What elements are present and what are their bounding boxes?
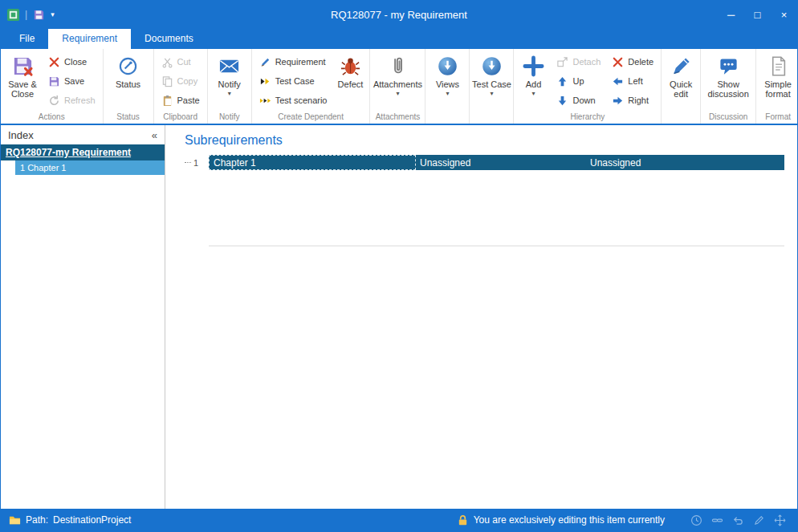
- table-row[interactable]: Chapter 1 Unassigned Unassigned: [209, 155, 784, 170]
- left-label: Left: [628, 76, 642, 86]
- ribbon-group-discussion: Show discussion Discussion: [701, 49, 756, 124]
- document-icon: [767, 55, 789, 77]
- app-body: Index « RQ128077-my Requirement 1 Chapte…: [1, 125, 797, 509]
- close-icon: [48, 56, 60, 68]
- tab-file[interactable]: File: [6, 29, 48, 49]
- ribbon-group-attachments: Attachments ▾ Attachments: [370, 49, 425, 124]
- attachments-button[interactable]: Attachments ▾: [372, 51, 423, 112]
- detach-button[interactable]: Detach: [552, 53, 605, 71]
- simple-format-button[interactable]: Simple format: [758, 51, 798, 112]
- minimize-button[interactable]: ─: [718, 1, 744, 28]
- index-sidebar: Index « RQ128077-my Requirement 1 Chapte…: [1, 125, 165, 509]
- subrequirements-heading: Subrequirements: [185, 133, 784, 148]
- folder-icon: [9, 514, 21, 526]
- requirement-pencil-icon: [259, 56, 271, 68]
- save-and-close-button[interactable]: Save & Close: [2, 51, 43, 112]
- history-icon[interactable]: [690, 514, 702, 526]
- move-up-button[interactable]: Up: [552, 72, 605, 90]
- main-content: Subrequirements 1 Chapter 1 Unassigned U…: [165, 125, 797, 509]
- delete-button[interactable]: Delete: [608, 53, 658, 71]
- group-label-clipboard: Clipboard: [154, 112, 207, 124]
- link-icon[interactable]: [711, 514, 723, 526]
- refresh-label: Refresh: [64, 95, 96, 105]
- show-discussion-button[interactable]: Show discussion: [702, 51, 754, 112]
- group-label-hierarchy: Hierarchy: [514, 112, 661, 124]
- move-right-button[interactable]: Right: [608, 91, 658, 109]
- quick-save-icon[interactable]: [33, 9, 45, 21]
- left-arrow-icon: [612, 75, 624, 87]
- ribbon-group-format: Simple format Format: [756, 49, 798, 124]
- ribbon-tab-row: File Requirement Documents: [1, 28, 797, 49]
- paperclip-icon: [387, 55, 409, 77]
- create-test-scenario-button[interactable]: Test scenario: [255, 91, 332, 109]
- collapse-panel-icon[interactable]: «: [152, 129, 157, 141]
- lock-message: You are exclusively editing this item cu…: [474, 514, 665, 526]
- paste-button[interactable]: Paste: [157, 91, 204, 109]
- test-case-button[interactable]: Test Case ▾: [471, 51, 511, 112]
- views-dropdown-arrow-icon: ▾: [446, 91, 449, 96]
- edit-icon[interactable]: [753, 514, 765, 526]
- close-window-button[interactable]: ×: [771, 1, 797, 28]
- move-icon[interactable]: [774, 514, 786, 526]
- content-divider: [209, 246, 784, 246]
- add-button[interactable]: Add ▾: [515, 51, 551, 112]
- detach-icon: [556, 56, 568, 68]
- refresh-button[interactable]: Refresh: [44, 91, 100, 109]
- lock-section: You are exclusively editing this item cu…: [457, 514, 789, 526]
- quick-edit-button[interactable]: Quick edit: [663, 51, 698, 112]
- attachments-dropdown-arrow-icon: ▾: [396, 91, 399, 96]
- maximize-button[interactable]: □: [744, 1, 771, 28]
- ribbon-group-views: Views ▾: [425, 49, 470, 124]
- save-button[interactable]: Save: [44, 72, 100, 90]
- group-label-create-dependent: Create Dependent: [252, 112, 370, 124]
- ribbon: Save & Close Close Save: [1, 49, 797, 125]
- qat-customize-chevron-icon[interactable]: ▾: [51, 10, 55, 18]
- tab-requirement[interactable]: Requirement: [48, 29, 131, 49]
- undo-icon[interactable]: [732, 514, 744, 526]
- notify-label: Notify: [218, 79, 241, 89]
- views-label: Views: [436, 79, 459, 89]
- sidebar-title: Index: [8, 129, 34, 141]
- cut-button[interactable]: Cut: [157, 53, 204, 71]
- subrequirement-row-wrap: 1 Chapter 1 Unassigned Unassigned: [185, 155, 784, 170]
- discussion-bubble-icon: [718, 55, 739, 77]
- copy-button[interactable]: Copy: [157, 72, 204, 90]
- app-icon: [7, 9, 19, 21]
- up-arrow-icon: [556, 75, 568, 87]
- group-label-discussion: Discussion: [701, 112, 755, 124]
- group-label-format: Format: [756, 112, 798, 124]
- close-button[interactable]: Close: [44, 53, 100, 71]
- attachments-label: Attachments: [373, 79, 422, 89]
- close-label: Close: [64, 57, 87, 67]
- add-label: Add: [526, 79, 542, 89]
- test-scenario-arrows-icon: [259, 95, 271, 107]
- tree-item-root[interactable]: RQ128077-my Requirement: [1, 144, 165, 160]
- sidebar-header: Index «: [1, 125, 165, 144]
- app-window: | ▾ RQ128077 - my Requirement ─ □ × File…: [0, 0, 798, 532]
- ribbon-group-quick-edit: Quick edit: [662, 49, 701, 124]
- create-test-case-button[interactable]: Test Case: [255, 72, 332, 90]
- group-label-notify: Notify: [208, 112, 251, 124]
- views-button[interactable]: Views ▾: [427, 51, 467, 112]
- status-button[interactable]: Status: [105, 51, 152, 112]
- right-arrow-icon: [612, 95, 624, 107]
- create-requirement-button[interactable]: Requirement: [255, 53, 332, 71]
- move-left-button[interactable]: Left: [608, 72, 658, 90]
- cell-unassigned-2[interactable]: Unassigned: [586, 155, 784, 170]
- add-plus-icon: [523, 55, 544, 77]
- test-case-label: Test Case: [472, 79, 511, 89]
- tree-item-chapter-1[interactable]: 1 Chapter 1: [15, 160, 165, 175]
- tab-documents[interactable]: Documents: [131, 29, 207, 49]
- refresh-icon: [48, 95, 60, 107]
- group-label-attachments: Attachments: [370, 112, 425, 124]
- notify-button[interactable]: Notify ▾: [210, 51, 250, 112]
- window-title: RQ128077 - my Requirement: [1, 9, 797, 21]
- move-down-button[interactable]: Down: [552, 91, 605, 109]
- defect-button[interactable]: Defect: [332, 51, 368, 112]
- cell-chapter-name[interactable]: Chapter 1: [209, 155, 416, 170]
- cell-unassigned-1[interactable]: Unassigned: [416, 155, 586, 170]
- save-close-icon: [12, 55, 34, 77]
- ribbon-group-hierarchy: Add ▾ Detach Up: [514, 49, 662, 124]
- window-controls: ─ □ ×: [718, 1, 797, 28]
- status-label: Status: [116, 79, 140, 89]
